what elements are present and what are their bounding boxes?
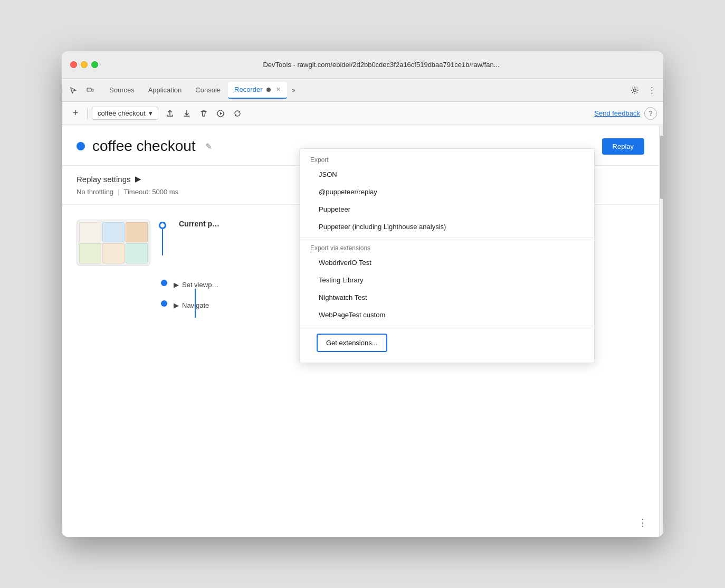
thumb-cell — [126, 222, 148, 242]
three-dots-icon[interactable]: ⋮ — [638, 517, 648, 528]
timeline-circle — [159, 222, 166, 229]
download-button[interactable] — [179, 106, 194, 121]
send-feedback-link[interactable]: Send feedback — [594, 109, 640, 117]
export-testing-library-item[interactable]: Testing Library — [300, 271, 594, 289]
step-viewport-label: Set viewp… — [182, 281, 218, 289]
settings-icon[interactable] — [627, 83, 642, 98]
toolbar-actions — [163, 106, 245, 121]
tab-sources[interactable]: Sources — [103, 82, 141, 99]
navigate-dot — [161, 300, 167, 307]
toolbar-divider — [87, 108, 88, 119]
thumb-cell — [102, 243, 125, 263]
step-thumbnail — [77, 220, 150, 266]
settings-separator: | — [118, 188, 119, 196]
step-expand-navigate[interactable]: ▶ Navigate — [174, 301, 209, 309]
menu-divider — [300, 238, 594, 238]
timeline-step1 — [159, 220, 166, 255]
nav-icons — [66, 83, 98, 98]
export-puppeteer-replay-item[interactable]: @puppeteer/replay — [300, 183, 594, 201]
tabbar-right: ⋮ — [627, 83, 659, 98]
recording-selector-name: coffee checkout — [98, 109, 146, 117]
expand-arrow-icon: ▶ — [174, 281, 179, 289]
tab-console-label: Console — [195, 86, 221, 94]
tab-recorder-label: Recorder — [234, 86, 262, 93]
tab-close-icon[interactable]: ✕ — [276, 86, 281, 93]
tab-more[interactable]: » — [288, 84, 298, 96]
tab-application-label: Application — [148, 86, 182, 94]
recording-selector[interactable]: coffee checkout ▾ — [92, 107, 158, 120]
export-nightwatch-item[interactable]: Nightwatch Test — [300, 289, 594, 306]
close-button[interactable] — [70, 61, 77, 68]
settings-arrow-icon: ▶ — [135, 174, 141, 184]
tab-sources-label: Sources — [109, 86, 135, 94]
viewport-dot — [161, 280, 167, 286]
tab-application[interactable]: Application — [142, 82, 188, 99]
navigate-arrow-icon: ▶ — [174, 301, 179, 309]
recorder-icon — [265, 87, 272, 93]
export-webdriverio-item[interactable]: WebdriverIO Test — [300, 254, 594, 271]
edit-title-icon[interactable]: ✎ — [205, 141, 212, 151]
settings-title-text: Replay settings — [77, 175, 131, 184]
extensions-section-label: Export via extensions — [300, 240, 594, 254]
get-extensions-button[interactable]: Get extensions... — [317, 334, 387, 352]
tabbar: Sources Application Console Recorder ✕ »… — [62, 79, 663, 102]
step-expand-viewport[interactable]: ▶ Set viewp… — [174, 281, 218, 289]
export-json-item[interactable]: JSON — [300, 166, 594, 183]
export-dropdown-menu: Export JSON @puppeteer/replay Puppeteer … — [299, 148, 595, 363]
devtools-window: DevTools - rawgit.com/ebidel/2d2bb0cdec3… — [62, 51, 663, 537]
timeline-line-long — [195, 289, 196, 318]
tab-console[interactable]: Console — [189, 82, 227, 99]
export-section-label: Export — [300, 152, 594, 166]
thumb-cell — [79, 243, 101, 263]
timeout-label: Timeout: 5000 ms — [123, 188, 178, 196]
device-icon[interactable] — [83, 83, 98, 98]
toolbar: + coffee checkout ▾ — [62, 102, 663, 125]
play-button[interactable] — [213, 106, 228, 121]
thumb-cell — [126, 243, 148, 263]
toolbar-right: Send feedback ? — [594, 107, 657, 120]
tab-recorder[interactable]: Recorder ✕ — [228, 82, 287, 99]
svg-rect-0 — [87, 88, 91, 91]
replay-continuous-button[interactable] — [230, 106, 245, 121]
cursor-icon[interactable] — [66, 83, 81, 98]
menu-divider-2 — [300, 326, 594, 326]
export-webpagetest-item[interactable]: WebPageTest custom — [300, 306, 594, 324]
scrollbar-thumb[interactable] — [660, 136, 663, 199]
add-recording-button[interactable]: + — [68, 106, 83, 121]
thumb-cell — [79, 222, 101, 242]
timeline-line — [162, 229, 163, 255]
traffic-lights — [70, 61, 98, 68]
recording-indicator — [77, 142, 85, 150]
svg-point-3 — [634, 89, 636, 91]
help-button[interactable]: ? — [644, 107, 657, 120]
maximize-button[interactable] — [91, 61, 98, 68]
window-title: DevTools - rawgit.com/ebidel/2d2bb0cdec3… — [108, 61, 655, 69]
replay-button[interactable]: Replay — [602, 138, 644, 155]
main-content: coffee checkout ✎ Replay Replay settings… — [62, 125, 663, 537]
recording-title: coffee checkout — [92, 138, 196, 155]
scrollbar-track[interactable] — [659, 125, 663, 537]
delete-button[interactable] — [196, 106, 211, 121]
svg-point-2 — [266, 88, 271, 92]
minimize-button[interactable] — [81, 61, 88, 68]
export-button[interactable] — [163, 106, 177, 121]
export-puppeteer-item[interactable]: Puppeteer — [300, 201, 594, 218]
bottom-options[interactable]: ⋮ — [638, 517, 648, 528]
export-puppeteer-lighthouse-item[interactable]: Puppeteer (including Lighthouse analysis… — [300, 218, 594, 235]
titlebar: DevTools - rawgit.com/ebidel/2d2bb0cdec3… — [62, 51, 663, 79]
thumb-cell — [102, 222, 125, 242]
throttle-label: No throttling — [77, 188, 113, 196]
more-options-icon[interactable]: ⋮ — [644, 83, 659, 98]
chevron-down-icon: ▾ — [149, 109, 152, 117]
svg-rect-1 — [92, 89, 93, 91]
